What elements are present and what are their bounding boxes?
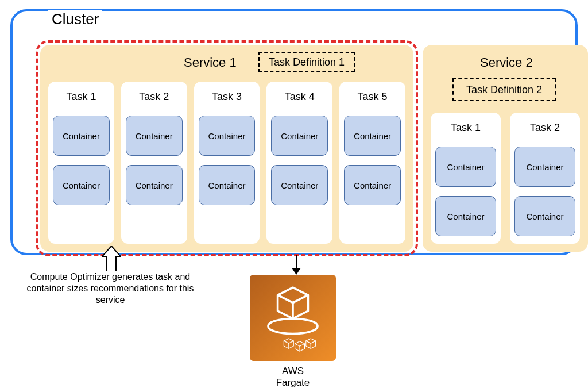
- svg-marker-0: [102, 246, 121, 271]
- cluster-label: Cluster: [48, 10, 102, 28]
- fargate-label: AWS Fargate: [250, 366, 336, 388]
- container-box: Container: [126, 116, 183, 156]
- fargate-title: AWS: [282, 366, 304, 377]
- task-box: Task 2 Container Container: [121, 82, 187, 244]
- container-box: Container: [514, 147, 575, 187]
- service-1-title: Service 1: [184, 55, 237, 70]
- task-label: Task 2: [126, 91, 183, 103]
- service-2-title: Service 2: [480, 55, 533, 70]
- container-box: Container: [344, 165, 401, 205]
- task-label: Task 4: [271, 91, 328, 103]
- callout-arrow-icon: [102, 246, 121, 271]
- task-label: Task 5: [344, 91, 401, 103]
- task-box: Task 5 Container Container: [339, 82, 405, 244]
- container-box: Container: [199, 116, 256, 156]
- fargate-subtitle: Fargate: [276, 377, 310, 388]
- task-label: Task 2: [514, 122, 575, 134]
- task-label: Task 1: [53, 91, 110, 103]
- down-arrow-icon: [291, 255, 302, 275]
- container-box: Container: [53, 116, 110, 156]
- service-2-tasks-row: Task 1 Container Container Task 2 Contai…: [431, 113, 580, 244]
- task-box: Task 1 Container Container: [48, 82, 114, 244]
- task-box: Task 1 Container Container: [431, 113, 501, 244]
- aws-fargate-icon: [250, 275, 336, 361]
- service-2-box: Service 2 Task Definition 2 Task 1 Conta…: [423, 45, 588, 252]
- task-box: Task 4 Container Container: [266, 82, 332, 244]
- task-box: Task 2 Container Container: [510, 113, 580, 244]
- container-box: Container: [199, 165, 256, 205]
- container-box: Container: [271, 116, 328, 156]
- task-box: Task 3 Container Container: [194, 82, 260, 244]
- cluster-box: Cluster Service 1 Task Definition 1 Task…: [10, 9, 578, 255]
- container-box: Container: [514, 196, 575, 236]
- svg-marker-2: [292, 268, 301, 275]
- task-definition-1-box: Task Definition 1: [258, 52, 355, 72]
- service-1-tasks-row: Task 1 Container Container Task 2 Contai…: [48, 82, 405, 244]
- callout-text: Compute Optimizer generates task and con…: [13, 271, 208, 306]
- container-box: Container: [344, 116, 401, 156]
- container-box: Container: [435, 147, 496, 187]
- task-definition-2-box: Task Definition 2: [452, 78, 556, 101]
- task-label: Task 3: [199, 91, 256, 103]
- svg-point-5: [268, 318, 318, 333]
- container-box: Container: [271, 165, 328, 205]
- container-box: Container: [126, 165, 183, 205]
- service-1-box: Service 1 Task Definition 1 Task 1 Conta…: [40, 45, 413, 252]
- container-box: Container: [53, 165, 110, 205]
- container-box: Container: [435, 196, 496, 236]
- task-label: Task 1: [435, 122, 496, 134]
